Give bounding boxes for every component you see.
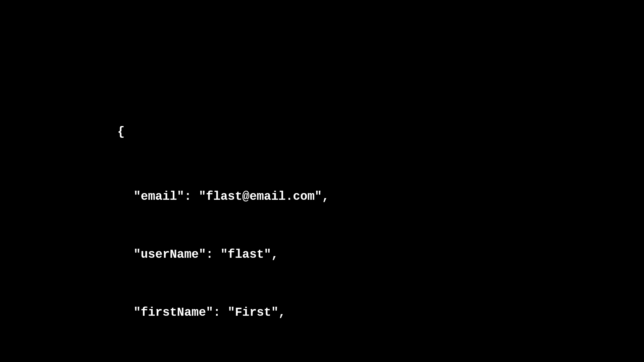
json-line-firstname: "firstName": "First", xyxy=(117,303,481,322)
json-line-username: "userName": "flast", xyxy=(117,245,481,264)
open-brace: { xyxy=(117,122,481,142)
json-line-lastname: "lastName": "Last", xyxy=(117,361,481,362)
json-code-block: { "email": "flast@email.com", "userName"… xyxy=(117,84,481,362)
json-line-email: "email": "flast@email.com", xyxy=(117,187,481,206)
